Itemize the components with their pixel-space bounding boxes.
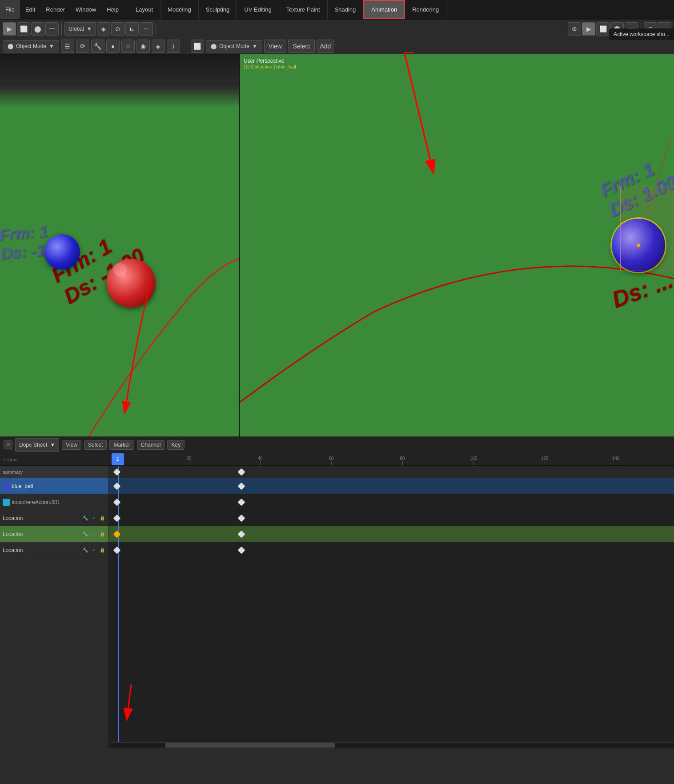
menu-window[interactable]: Window xyxy=(70,0,101,19)
menu-edit[interactable]: Edit xyxy=(20,0,40,19)
mode-menu-btn[interactable]: ☰ xyxy=(61,40,74,53)
tl-key-btn[interactable]: Key xyxy=(167,440,185,450)
tl-ruler-corner: Frame xyxy=(4,457,18,462)
object-mode-dropdown-right[interactable]: ⬤ Object Mode ▼ xyxy=(206,40,262,52)
viewport-box-btn[interactable]: ⬜ xyxy=(596,22,610,36)
tab-layout[interactable]: Layout xyxy=(128,0,160,19)
timeline-scrollbar[interactable] xyxy=(109,742,674,748)
tab-uv-editing[interactable]: UV Editing xyxy=(237,0,279,19)
current-frame-number: 1 xyxy=(116,456,119,462)
timeline-left-panel: Frame summary blue_ball IcosphereAction.… xyxy=(0,453,109,748)
tl-view-btn[interactable]: View xyxy=(62,440,81,450)
track-blueball xyxy=(109,478,674,494)
tl-row-blueball[interactable]: blue_ball xyxy=(0,478,108,494)
check-icon-3[interactable]: ✓ xyxy=(90,547,97,554)
ruler-tick-100 xyxy=(473,461,474,465)
select-box-btn[interactable]: ⬜ xyxy=(17,22,30,36)
playhead-line xyxy=(118,466,119,742)
current-frame-indicator[interactable]: 1 xyxy=(112,453,124,465)
expand-btn[interactable]: ⟩ xyxy=(167,40,180,53)
location-2-label: Location xyxy=(3,531,82,537)
tl-marker-btn[interactable]: Marker xyxy=(109,440,134,450)
tab-modeling[interactable]: Modeling xyxy=(160,0,199,19)
snap-btn[interactable]: ⊙ xyxy=(111,22,124,36)
right-add-btn[interactable]: Add xyxy=(317,40,334,53)
check-icon-2[interactable]: ✓ xyxy=(90,531,97,538)
lock-icon-2[interactable]: 🔒 xyxy=(99,531,106,538)
select-circle-btn[interactable]: ⬤ xyxy=(31,22,44,36)
tab-shading[interactable]: Shading xyxy=(328,0,364,19)
mode-bar: ⬤ Object Mode ▼ ☰ ⟳ 🔧 ● ○ ◉ ◈ ⟩ ⬜ ⬤ Obje… xyxy=(0,38,674,54)
timeline-ruler[interactable]: 1 20 40 60 80 100 120 140 xyxy=(109,453,674,466)
menu-help[interactable]: Help xyxy=(101,0,124,19)
tl-select-btn[interactable]: Select xyxy=(84,440,107,450)
viewport-right[interactable]: User Perspective (1) Collection | blue_b… xyxy=(240,54,674,436)
action-label: IcosphereAction.001 xyxy=(12,499,106,505)
tl-row-action[interactable]: IcosphereAction.001 xyxy=(0,494,108,510)
snap-settings-btn[interactable]: 🔧 xyxy=(91,40,104,53)
kf-loc3-1 xyxy=(113,547,121,554)
sphere-blue-left xyxy=(44,234,80,270)
timeline-header: ⊙ Dope Sheet ▼ View Select Marker Channe… xyxy=(0,436,674,453)
pivot-btn[interactable]: ◈ xyxy=(97,22,110,36)
timeline-header-left: ⊙ Dope Sheet ▼ xyxy=(4,438,59,452)
tl-type-icon[interactable]: ⊙ xyxy=(4,440,12,449)
kf-bb-2 xyxy=(238,483,245,490)
right-select-btn[interactable]: Select xyxy=(288,40,315,53)
viewport-select-btn[interactable]: ▶ xyxy=(582,22,595,36)
shading-sphere-btn[interactable]: ● xyxy=(106,40,120,53)
viewport-left[interactable]: Frm: 1Ds: -1.00 Frm: 1Ds: -1 00 xyxy=(0,54,240,436)
dope-sheet-dropdown[interactable]: Dope Sheet ▼ xyxy=(15,438,59,452)
lock-icon-1[interactable]: 🔒 xyxy=(99,515,106,522)
tl-row-location-1[interactable]: Location 🔧 ✓ 🔒 xyxy=(0,510,108,526)
kf-loc2-2 xyxy=(238,531,245,538)
ruler-tick-20 xyxy=(189,461,189,465)
transform-orientation-dropdown[interactable]: Global ▼ xyxy=(64,22,96,36)
tab-sculpting[interactable]: Sculpting xyxy=(199,0,237,19)
wrench-icon-3[interactable]: 🔧 xyxy=(82,547,89,554)
ruler-tick-140 xyxy=(616,461,616,465)
blue-ball-label: blue_ball xyxy=(12,483,106,489)
shading-render-btn[interactable]: ◈ xyxy=(152,40,165,53)
wrench-icon-1[interactable]: 🔧 xyxy=(82,515,89,522)
lock-icon-3[interactable]: 🔒 xyxy=(99,547,106,554)
track-action xyxy=(109,494,674,510)
tab-rendering[interactable]: Rendering xyxy=(405,0,446,19)
location-3-controls: 🔧 ✓ 🔒 xyxy=(82,547,106,554)
menu-file[interactable]: File xyxy=(0,0,20,19)
gizmo-btn[interactable]: ⟳ xyxy=(76,40,89,53)
select-tool-btn[interactable]: ▶ xyxy=(3,22,16,36)
right-viewport-icon[interactable]: ⬜ xyxy=(191,40,204,53)
tooltip: Active workspace sho... xyxy=(609,28,674,40)
select-lasso-btn[interactable]: 〰 xyxy=(45,22,59,36)
falloff-btn[interactable]: ~ xyxy=(140,22,153,36)
object-mode-right-label: Object Mode xyxy=(219,43,249,49)
tl-row-location-3[interactable]: Location 🔧 ✓ 🔒 xyxy=(0,542,108,558)
object-mode-icon: ⬤ xyxy=(8,43,13,49)
viewport-settings-btn[interactable]: ⊕ xyxy=(568,22,581,36)
shading-solid-btn[interactable]: ◉ xyxy=(136,40,150,53)
object-mode-label: Object Mode xyxy=(16,43,46,49)
orientation-label: Global xyxy=(68,26,84,32)
tl-channel-btn[interactable]: Channel xyxy=(137,440,165,450)
timeline-scrollbar-thumb[interactable] xyxy=(165,743,335,748)
timeline-right-panel[interactable]: 1 20 40 60 80 100 120 140 xyxy=(109,453,674,748)
tl-row-summary[interactable]: summary xyxy=(0,466,108,478)
ruler-label-40: 40 xyxy=(257,456,262,461)
tab-texture-paint[interactable]: Texture Paint xyxy=(279,0,328,19)
ruler-label-60: 60 xyxy=(329,456,333,461)
tl-row-location-2[interactable]: Location 🔧 ✓ 🔒 xyxy=(0,526,108,542)
wrench-icon-2[interactable]: 🔧 xyxy=(82,531,89,538)
action-icon xyxy=(3,499,10,506)
menu-render[interactable]: Render xyxy=(40,0,70,19)
kf-loc3-2 xyxy=(238,547,245,554)
right-view-btn[interactable]: View xyxy=(264,40,286,53)
ruler-label-20: 20 xyxy=(186,456,191,461)
viewport-collection-label: (1) Collection | blue_ball xyxy=(244,64,296,69)
sphere-red-left xyxy=(107,259,156,308)
tab-animation[interactable]: Animation xyxy=(363,0,405,19)
proportional-btn[interactable]: ⊾ xyxy=(125,22,139,36)
object-mode-dropdown-left[interactable]: ⬤ Object Mode ▼ xyxy=(3,40,59,52)
check-icon-1[interactable]: ✓ xyxy=(90,515,97,522)
shading-wire-btn[interactable]: ○ xyxy=(121,40,135,53)
